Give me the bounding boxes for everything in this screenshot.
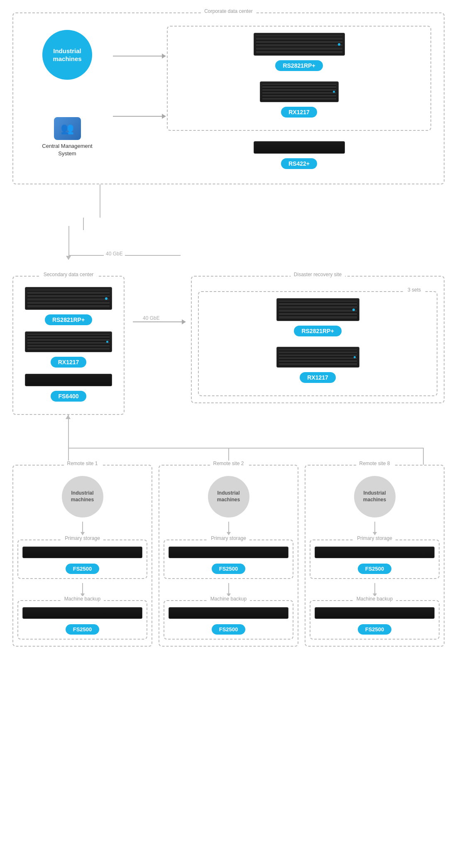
badge-fs2500-backup-1: FS2500 [66, 624, 100, 635]
device-rs2821rp-sec: RS2821RP+ [20, 287, 117, 325]
device-rs422-top: RS422+ [167, 141, 431, 169]
device-fs6400-sec: FS6400 [20, 374, 117, 402]
badge-fs2500-backup-2: FS2500 [212, 624, 246, 635]
arrow-down-remote-8b [310, 583, 440, 597]
corp-storage-box-1: RS2821RP+ RX1217 [167, 26, 431, 131]
arrow-down-remote-1b [17, 583, 147, 597]
remote-sites-row: Remote site 1 Industrial machines Primar… [12, 465, 445, 647]
main-diagram: Corporate data center Industrial machine… [0, 0, 457, 655]
arrow-down-remote-8a [310, 522, 440, 535]
badge-rs2821rp-sec: RS2821RP+ [45, 314, 92, 325]
rack-rs422-top [254, 141, 345, 154]
device-rx1217-dr: RX1217 [276, 347, 359, 383]
remote-2-industry-circle: Industrial machines [208, 476, 249, 517]
badge-rs422-top: RS422+ [281, 158, 317, 169]
rack-fs2500-backup-8 [315, 607, 435, 619]
gbe-label-2: 40 GbE [141, 315, 161, 321]
badge-fs2500-primary-8: FS2500 [358, 564, 392, 574]
primary-storage-2-box: Primary storage FS2500 [164, 539, 293, 579]
rack-fs2500-backup-2 [169, 607, 288, 619]
remote-site-2-box: Remote site 2 Industrial machines Primar… [159, 465, 298, 647]
primary-storage-1-box: Primary storage FS2500 [17, 539, 147, 579]
badge-rx1217-dr: RX1217 [300, 372, 336, 383]
primary-storage-8-box: Primary storage FS2500 [310, 539, 440, 579]
badge-rs2821rp-dr: RS2821RP+ [294, 326, 341, 336]
disaster-inner-box: 3 sets RS2821RP+ RX1217 [198, 291, 437, 396]
machine-backup-2-box: Machine backup FS2500 [164, 600, 293, 640]
secondary-dc-label: Secondary data center [40, 272, 97, 277]
rack-fs2500-primary-1 [22, 547, 142, 558]
rack-rs2821rp-sec [25, 287, 112, 310]
sets-label: 3 sets [404, 287, 424, 293]
badge-fs2500-primary-2: FS2500 [212, 564, 246, 574]
remote-site-8-box: Remote site 8 Industrial machines Primar… [305, 465, 445, 647]
machine-backup-2-label: Machine backup [207, 596, 250, 602]
machine-backup-8-box: Machine backup FS2500 [310, 600, 440, 640]
corporate-dc-box: Corporate data center Industrial machine… [12, 12, 445, 184]
rack-rx1217-dr [276, 347, 359, 368]
rack-fs2500-backup-1 [22, 607, 142, 619]
disaster-dc-box: Disaster recovery site 3 sets RS2821RP+ … [191, 276, 445, 403]
remote-site-8-label: Remote site 8 [356, 461, 393, 466]
remote-site-2-label: Remote site 2 [210, 461, 247, 466]
secondary-dc-box: Secondary data center RS2821RP+ RX1217 F… [12, 276, 125, 415]
device-rs2821rp-dr: RS2821RP+ [276, 298, 359, 336]
primary-storage-2-label: Primary storage [208, 535, 249, 541]
disaster-dc-label: Disaster recovery site [291, 272, 345, 277]
badge-rx1217-top: RX1217 [281, 107, 317, 118]
machine-backup-1-label: Machine backup [61, 596, 104, 602]
badge-fs2500-primary-1: FS2500 [66, 564, 100, 574]
rack-rs2821rp-dr [276, 298, 359, 321]
arrow-down-remote-1a [17, 522, 147, 535]
arrow-down-remote-2b [164, 583, 293, 597]
remote-site-1-machines: Industrial machines [17, 476, 147, 517]
device-rx1217-sec: RX1217 [20, 331, 117, 368]
rack-fs2500-primary-8 [315, 547, 435, 558]
industrial-machines-circle: Industrial machines [42, 30, 92, 80]
remote-site-8-machines: Industrial machines [310, 476, 440, 517]
remote-8-industry-circle: Industrial machines [354, 476, 396, 517]
rack-fs6400-sec [25, 374, 112, 386]
machine-backup-1-box: Machine backup FS2500 [17, 600, 147, 640]
rack-rx1217-sec [25, 331, 112, 352]
rack-rs2821rp-top [254, 33, 345, 56]
rack-fs2500-primary-2 [169, 547, 288, 558]
machine-backup-8-label: Machine backup [353, 596, 396, 602]
badge-rx1217-sec: RX1217 [51, 357, 87, 368]
badge-fs6400-sec: FS6400 [51, 391, 86, 402]
corporate-dc-label: Corporate data center [201, 8, 256, 14]
gbe-label-1: 40 GbE [104, 251, 125, 257]
remote-site-2-machines: Industrial machines [164, 476, 293, 517]
badge-rs2821rp-top: RS2821RP+ [275, 60, 323, 71]
remote-site-1-box: Remote site 1 Industrial machines Primar… [12, 465, 152, 647]
remote-site-1-label: Remote site 1 [64, 461, 101, 466]
arrow-down-remote-2a [164, 522, 293, 535]
cms-label: Central Management System [42, 142, 92, 157]
device-rx1217-top: RX1217 [260, 81, 339, 118]
primary-storage-8-label: Primary storage [354, 535, 396, 541]
cms-icon: 👥 [54, 117, 81, 140]
badge-fs2500-backup-8: FS2500 [358, 624, 392, 635]
device-rs2821rp-top: RS2821RP+ [254, 33, 345, 71]
rack-rx1217-top [260, 81, 339, 102]
remote-1-industry-circle: Industrial machines [62, 476, 103, 517]
primary-storage-1-label: Primary storage [61, 535, 103, 541]
